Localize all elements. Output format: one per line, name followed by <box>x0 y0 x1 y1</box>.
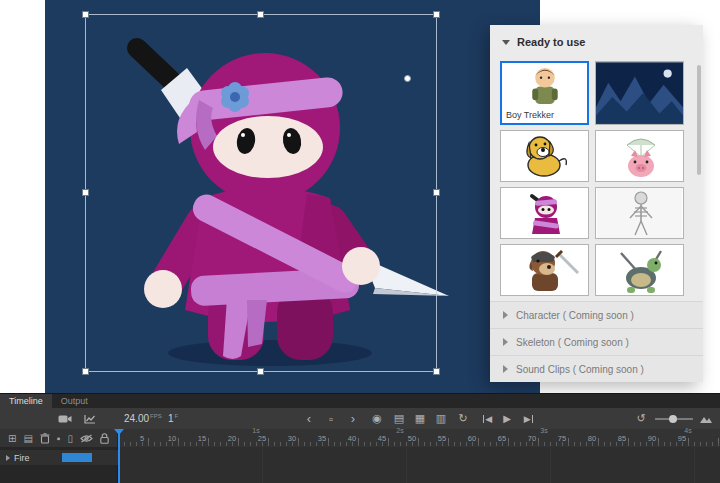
camera-icon[interactable] <box>56 408 74 429</box>
section-character[interactable]: Character ( Coming soon ) <box>490 301 703 328</box>
ninja-character[interactable] <box>45 0 540 393</box>
frame-value: 1 <box>168 413 174 424</box>
dog-preview <box>501 131 588 181</box>
chevron-right-icon <box>503 365 508 373</box>
selection-handle-nw[interactable] <box>82 11 89 18</box>
layers-icon[interactable]: ▤ <box>23 433 32 444</box>
ruler-frame-label: 5 <box>134 434 150 443</box>
pig-preview <box>596 131 683 181</box>
frame-unit: F <box>175 413 179 419</box>
eye-hidden-icon[interactable] <box>80 434 93 443</box>
selection-handle-n[interactable] <box>257 11 264 18</box>
track-selection-bar[interactable] <box>62 453 92 462</box>
thumbnail-ninja[interactable] <box>500 187 589 239</box>
ruler-frame-label: 30 <box>284 434 300 443</box>
ninja-preview <box>501 188 588 238</box>
next-frame-icon[interactable]: ▶ <box>520 408 538 429</box>
zoom-slider-knob[interactable] <box>669 415 677 423</box>
lock-icon[interactable] <box>100 433 109 444</box>
chevron-right-icon[interactable]: › <box>346 408 360 429</box>
tab-label: Output <box>61 396 88 406</box>
selection-handle-s[interactable] <box>257 368 264 375</box>
thumbnail-dog[interactable] <box>500 130 589 182</box>
ruler-labels: 1s 2s 3s 4s 5 10 15 20 25 30 35 40 45 50… <box>118 429 720 447</box>
playhead[interactable] <box>118 429 120 483</box>
grid-icon[interactable]: ▦ <box>413 408 427 429</box>
ruler-frame-label: 90 <box>644 434 660 443</box>
thumbnail-skeleton[interactable] <box>595 187 684 239</box>
track-row-fire[interactable]: Fire <box>0 450 118 465</box>
ruler-frame-label: 55 <box>434 434 450 443</box>
tab-output[interactable]: Output <box>52 394 97 408</box>
anchor-handle[interactable] <box>404 75 411 82</box>
thumbnail-label: Boy Trekker <box>502 108 587 123</box>
ruler-frame-label: 10 <box>164 434 180 443</box>
mountain-scene-preview <box>596 62 683 124</box>
ruler-second-label: 2s <box>392 427 408 434</box>
snap-icon[interactable]: ▫ <box>324 408 338 429</box>
play-icon[interactable]: ▶ <box>500 408 514 429</box>
onion-skin-icon[interactable]: ▥ <box>434 408 448 429</box>
add-track-icon[interactable]: ⊞ <box>8 433 16 444</box>
ruler-second-label: 4s <box>680 427 696 434</box>
fps-unit: FPS <box>150 413 162 419</box>
section-sound-clips[interactable]: Sound Clips ( Coming soon ) <box>490 355 703 382</box>
track-tools: ⊞ ▤ ▪ ▯ <box>0 429 118 447</box>
track-header-column: Fire <box>0 447 118 483</box>
selection-handle-sw[interactable] <box>82 368 89 375</box>
graph-icon[interactable] <box>82 408 98 429</box>
timeline-panel: Timeline Output 24.00 FPS 1 F ‹ ▫ › <box>0 393 720 483</box>
track-expand-icon[interactable] <box>6 455 10 461</box>
loop-icon[interactable]: ↻ <box>456 408 470 429</box>
ruler-frame-label: 50 <box>404 434 420 443</box>
chevron-right-icon <box>503 311 508 319</box>
ready-to-use-header[interactable]: Ready to use <box>490 25 703 59</box>
reset-zoom-icon[interactable]: ↺ <box>634 408 648 429</box>
pirate-dog-preview <box>501 245 588 295</box>
chevron-left-icon[interactable]: ‹ <box>302 408 316 429</box>
ruler-frame-label: 40 <box>344 434 360 443</box>
ruler-frame-label: 25 <box>254 434 270 443</box>
fps-display[interactable]: 24.00 FPS <box>124 408 162 429</box>
thumbnail-pig[interactable] <box>595 130 684 182</box>
ruler-second-label: 1s <box>248 427 264 434</box>
selection-handle-se[interactable] <box>433 368 440 375</box>
trash-icon[interactable] <box>40 433 50 444</box>
film-icon[interactable]: ▤ <box>392 408 406 429</box>
stage-canvas[interactable] <box>45 0 540 393</box>
tab-timeline[interactable]: Timeline <box>0 394 52 408</box>
thumbnail-boy-trekker[interactable]: Boy Trekker <box>500 61 589 125</box>
track-frames[interactable] <box>118 447 720 483</box>
track-area: Fire <box>0 447 720 483</box>
frame-counter[interactable]: 1 F <box>168 408 178 429</box>
chevron-right-icon <box>503 338 508 346</box>
selection-handle-e[interactable] <box>433 189 440 196</box>
ruler-frame-label: 95 <box>674 434 690 443</box>
ruler-frame-label: 80 <box>584 434 600 443</box>
selection-handle-ne[interactable] <box>433 11 440 18</box>
icon-bar <box>483 415 485 423</box>
thumbnail-mountain-scene[interactable] <box>595 61 684 125</box>
previous-frame-icon[interactable]: ◀ <box>478 408 496 429</box>
thumbnail-turtle[interactable] <box>595 244 684 296</box>
skeleton-preview <box>596 188 683 238</box>
boy-trekker-preview <box>502 63 587 108</box>
panel-scrollbar[interactable] <box>697 65 701 175</box>
dot-icon[interactable]: ▪ <box>57 433 61 444</box>
ruler-second-label: 3s <box>536 427 552 434</box>
selection-handle-w[interactable] <box>82 189 89 196</box>
thumbnail-pirate-dog[interactable] <box>500 244 589 296</box>
section-skeleton[interactable]: Skeleton ( Coming soon ) <box>490 328 703 355</box>
track-label: Fire <box>14 453 30 463</box>
record-icon[interactable]: ◉ <box>370 408 384 429</box>
collapsed-sections: Character ( Coming soon ) Skeleton ( Com… <box>490 301 703 382</box>
ruler-frame-label: 70 <box>524 434 540 443</box>
timeline-tabbar: Timeline Output <box>0 394 720 408</box>
puppet-icon[interactable]: ▯ <box>67 433 73 444</box>
icon-bar <box>532 415 534 423</box>
ruler-frame-label: 15 <box>194 434 210 443</box>
zoom-fit-icon[interactable] <box>698 408 714 429</box>
tab-label: Timeline <box>9 396 43 406</box>
zoom-slider[interactable] <box>655 418 693 420</box>
section-label: Skeleton ( Coming soon ) <box>516 337 629 348</box>
